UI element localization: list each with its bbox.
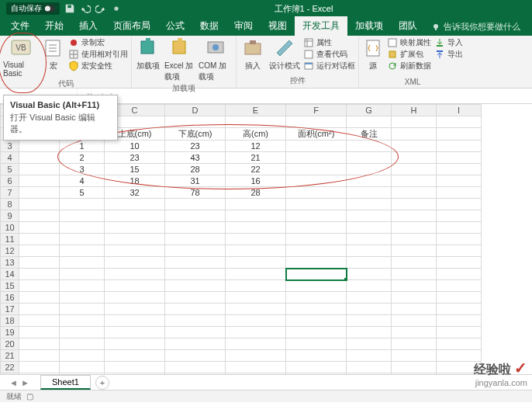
macro-record-status-icon[interactable]: ▢: [26, 392, 33, 401]
addins-button[interactable]: 加载项: [135, 37, 161, 71]
tab-developer[interactable]: 开发工具: [295, 16, 347, 36]
refresh-data-button[interactable]: 刷新数据: [387, 61, 431, 71]
properties-button[interactable]: 属性: [303, 37, 355, 48]
com-addins-button[interactable]: COM 加载项: [199, 37, 233, 82]
row-header[interactable]: 3: [1, 141, 19, 152]
cell[interactable]: 15: [105, 164, 165, 175]
record-macro-button[interactable]: 录制宏: [68, 37, 128, 48]
autosave-toggle[interactable]: 自动保存: [6, 2, 60, 15]
cell[interactable]: 21: [226, 152, 286, 164]
cell[interactable]: 5: [60, 187, 105, 199]
row-header[interactable]: 5: [1, 164, 19, 175]
run-dialog-button[interactable]: 运行对话框: [303, 61, 355, 71]
row-header[interactable]: 7: [1, 187, 19, 199]
tell-me-search[interactable]: 告诉我你想要做什么: [425, 18, 527, 36]
view-code-button[interactable]: 查看代码: [303, 49, 355, 60]
tab-insert[interactable]: 插入: [71, 16, 105, 36]
export-button[interactable]: 导出: [434, 49, 463, 60]
cell[interactable]: 28: [165, 164, 226, 175]
cell[interactable]: 43: [165, 152, 226, 164]
tab-file[interactable]: 文件: [3, 16, 37, 36]
svg-rect-5: [435, 29, 437, 30]
map-properties-button[interactable]: 映射属性: [387, 37, 431, 48]
titlebar: 自动保存 工作簿1 - Excel: [0, 0, 532, 17]
group-controls: 插入 设计模式 属性 查看代码 运行对话框 控件: [237, 36, 359, 88]
tab-addins[interactable]: 加载项: [347, 16, 391, 36]
row-header[interactable]: 22: [1, 362, 19, 373]
tab-data[interactable]: 数据: [192, 16, 226, 36]
cell[interactable]: 备注: [347, 128, 392, 141]
cell[interactable]: 12: [226, 141, 286, 152]
row-header[interactable]: 20: [1, 338, 19, 350]
design-mode-button[interactable]: 设计模式: [269, 37, 300, 71]
row-header[interactable]: 19: [1, 327, 19, 338]
redo-icon[interactable]: [95, 3, 106, 14]
expansion-packs-button[interactable]: 扩展包: [387, 49, 431, 60]
cell[interactable]: 78: [165, 187, 226, 199]
row-header[interactable]: 11: [1, 234, 19, 245]
cell[interactable]: 23: [165, 141, 226, 152]
row-header[interactable]: 8: [1, 199, 19, 210]
excel-addins-button[interactable]: Excel 加载项: [164, 37, 195, 82]
row-header[interactable]: 15: [1, 280, 19, 292]
next-sheet-icon[interactable]: ►: [21, 378, 29, 387]
tab-view[interactable]: 视图: [261, 16, 295, 36]
row-header[interactable]: 18: [1, 315, 19, 327]
undo-icon[interactable]: [80, 3, 91, 14]
tab-review[interactable]: 审阅: [226, 16, 261, 36]
cell[interactable]: 32: [105, 187, 165, 199]
cell[interactable]: 31: [165, 175, 226, 187]
macro-security-button[interactable]: 宏安全性: [68, 61, 128, 71]
tab-layout[interactable]: 页面布局: [105, 16, 158, 36]
row-header[interactable]: 6: [1, 175, 19, 187]
row-header[interactable]: 12: [1, 245, 19, 257]
touch-mode-icon[interactable]: [111, 3, 122, 14]
col-header[interactable]: G: [347, 105, 392, 116]
tab-team[interactable]: 团队: [391, 16, 425, 36]
sheet-tab-bar: ◄ ► Sheet1 +: [0, 374, 532, 390]
col-header[interactable]: H: [392, 105, 437, 116]
spreadsheet-grid[interactable]: A B C D E F G H I 1 2 序号 上底(cm) 下底(cm) 高…: [0, 104, 532, 385]
com-addins-icon: [205, 37, 226, 59]
save-icon[interactable]: [64, 3, 75, 14]
relative-ref-button[interactable]: 使用相对引用: [68, 49, 128, 60]
prev-sheet-icon[interactable]: ◄: [9, 378, 18, 387]
row-header[interactable]: 16: [1, 292, 19, 304]
new-sheet-button[interactable]: +: [95, 376, 109, 390]
tab-home[interactable]: 开始: [37, 16, 71, 36]
active-cell[interactable]: [286, 269, 347, 280]
cell[interactable]: 面积(cm²): [286, 128, 347, 141]
col-header[interactable]: D: [165, 105, 226, 116]
cell[interactable]: 18: [105, 175, 165, 187]
row-header[interactable]: 14: [1, 269, 19, 280]
svg-rect-19: [305, 39, 313, 47]
col-header[interactable]: F: [286, 105, 347, 116]
cell[interactable]: 2: [60, 152, 105, 164]
row-header[interactable]: 17: [1, 304, 19, 315]
cell[interactable]: 28: [226, 187, 286, 199]
cell[interactable]: 10: [105, 141, 165, 152]
tab-formulas[interactable]: 公式: [158, 16, 192, 36]
source-button[interactable]: 源: [362, 37, 384, 71]
row-header[interactable]: 10: [1, 222, 19, 234]
cell[interactable]: 3: [60, 164, 105, 175]
row-header[interactable]: 4: [1, 152, 19, 164]
import-button[interactable]: 导入: [434, 37, 463, 48]
cell[interactable]: 4: [60, 175, 105, 187]
cell[interactable]: 1: [60, 141, 105, 152]
cell[interactable]: 高(cm): [226, 128, 286, 141]
cell[interactable]: 22: [226, 164, 286, 175]
col-header[interactable]: E: [226, 105, 286, 116]
sheet-tab[interactable]: Sheet1: [40, 375, 91, 390]
row-header[interactable]: 21: [1, 350, 19, 362]
visual-basic-button[interactable]: VB Visual Basic: [3, 37, 39, 78]
cell[interactable]: 23: [105, 152, 165, 164]
row-header[interactable]: 9: [1, 210, 19, 222]
row-header[interactable]: 13: [1, 257, 19, 269]
macros-button[interactable]: 宏: [42, 37, 65, 71]
toggle-off-icon: [44, 3, 55, 14]
cell[interactable]: 下底(cm): [165, 128, 226, 141]
insert-control-button[interactable]: 插入: [240, 37, 266, 71]
cell[interactable]: 16: [226, 175, 286, 187]
col-header[interactable]: I: [437, 105, 482, 116]
